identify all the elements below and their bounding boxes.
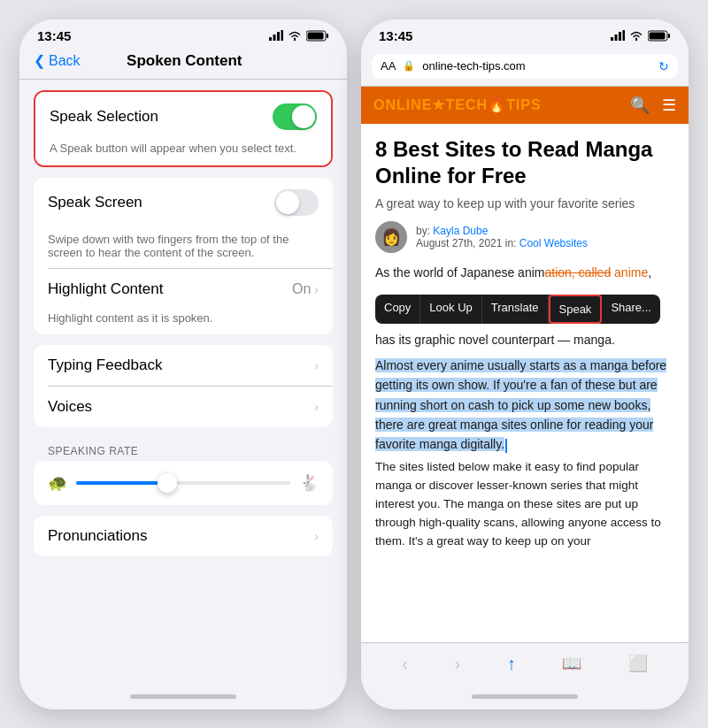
right-time: 13:45 [379,28,412,43]
para1-end: has its graphic novel counterpart — mang… [375,333,615,347]
battery-icon [306,30,329,42]
right-status-icons [611,30,671,42]
meta-info: by: Kayla Dube August 27th, 2021 in: Coo… [416,225,588,249]
right-wifi-icon [629,30,643,41]
article-paragraph-2: The sites listed below make it easy to f… [375,458,674,551]
svg-rect-1 [273,34,276,41]
right-home-bar-indicator [472,694,578,699]
pronunciations-row[interactable]: Pronunciations › [34,516,333,556]
svg-rect-0 [269,37,272,41]
url-text: online-tech-tips.com [422,59,651,73]
selected-text-block: Almost every anime usually starts as a m… [375,356,674,455]
typing-feedback-chevron-icon: › [314,358,319,372]
svg-rect-10 [623,30,626,41]
article-subtitle: A great way to keep up with your favorit… [375,196,674,211]
speak-button[interactable]: Speak [549,295,603,324]
left-status-icons [269,30,329,42]
svg-rect-13 [650,32,666,39]
home-bar-indicator [130,694,236,699]
menu-icon[interactable]: ☰ [662,96,676,115]
search-icon[interactable]: 🔍 [630,96,650,115]
logo-online: ONLINE [373,97,432,112]
logo-tips: TIPS [506,97,542,112]
selected-text-span: Almost every anime usually starts as a m… [375,358,666,452]
site-icons: 🔍 ☰ [630,96,676,115]
right-home-bar [361,685,689,709]
para1-orange: anime [611,265,648,280]
pronunciations-section: Pronunciations › [34,516,333,556]
svg-rect-3 [281,30,284,41]
context-menu-container: Copy Look Up Translate Speak Share... [375,291,674,327]
speak-screen-row[interactable]: Speak Screen [34,178,333,227]
browser-toolbar: ‹ › ↑ 📖 ⬜ [361,642,689,685]
article-title: 8 Best Sites to Read Manga Online for Fr… [375,136,674,189]
slider-track[interactable] [76,481,290,485]
back-button[interactable]: ❮ Back [34,52,81,69]
pronunciations-label: Pronunciations [48,527,314,545]
svg-rect-8 [615,34,618,41]
svg-rect-12 [668,34,670,38]
para1-strikethrough: ation, called [544,265,611,280]
right-phone: 13:45 [361,19,689,709]
speak-screen-toggle[interactable] [274,189,319,216]
speak-selection-description: A Speak button will appear when you sele… [35,142,331,165]
left-time: 13:45 [37,28,71,43]
voices-row[interactable]: Voices › [34,387,333,427]
lookup-button[interactable]: Look Up [420,295,481,324]
back-chevron: ❮ [34,52,45,69]
typing-feedback-row[interactable]: Typing Feedback › [34,345,333,386]
author-text: by: Kayla Dube [416,225,588,237]
text-cursor [505,439,507,453]
highlight-description: Highlight content as it is spoken. [48,311,212,325]
speak-selection-section: Speak Selection A Speak button will appe… [34,90,333,167]
slider-thumb[interactable] [158,473,177,493]
svg-rect-9 [619,32,621,41]
right-status-bar: 13:45 [361,19,689,49]
settings-content: Speak Selection A Speak button will appe… [19,80,347,685]
speak-selection-row[interactable]: Speak Selection [35,92,331,142]
highlight-content-label: Highlight Content [48,280,292,298]
browser-nav: AA 🔒 online-tech-tips.com ↻ [361,49,689,87]
highlight-content-row[interactable]: Highlight Content On › [34,269,333,310]
article-para-pre-selected: has its graphic novel counterpart — mang… [375,331,674,350]
back-nav-button[interactable]: ‹ [402,654,408,674]
site-logo: ONLINE★TECH🔥TIPS [373,96,542,113]
svg-rect-2 [277,32,280,41]
article-body: 8 Best Sites to Read Manga Online for Fr… [361,124,689,563]
author-link[interactable]: Kayla Dube [433,225,488,237]
share-toolbar-button[interactable]: ↑ [507,654,516,674]
translate-button[interactable]: Translate [482,295,549,324]
address-bar[interactable]: AA 🔒 online-tech-tips.com ↻ [372,54,678,79]
forward-nav-button[interactable]: › [454,654,460,674]
svg-rect-5 [327,34,328,38]
toggle-knob [292,105,315,128]
highlight-chevron-icon: › [314,282,319,296]
voices-label: Voices [48,398,314,416]
home-bar [19,685,347,709]
logo-star: ★ [432,97,445,112]
speak-selection-toggle[interactable] [273,103,317,130]
speaking-rate-label: SPEAKING RATE [19,438,347,461]
nav-bar: ❮ Back Spoken Content [19,49,347,80]
date-value: August 27th, 2021 in: [416,237,516,249]
category-link[interactable]: Cool Websites [519,237,588,249]
site-header: ONLINE★TECH🔥TIPS 🔍 ☰ [361,87,689,124]
bookmarks-button[interactable]: 📖 [562,654,581,673]
context-menu: Copy Look Up Translate Speak Share... [375,295,660,324]
speaking-rate-slider[interactable]: 🐢 🐇 [34,461,333,505]
logo-tech: TECH [445,97,488,112]
left-status-bar: 13:45 [19,19,347,49]
share-button[interactable]: Share... [602,295,660,324]
typing-voices-section: Typing Feedback › Voices › [34,345,333,427]
highlight-content-value: On [292,281,311,297]
speak-screen-section: Speak Screen Swipe down with two fingers… [34,178,333,334]
speak-screen-description: Swipe down with two fingers from the top… [34,227,333,259]
logo-fire: 🔥 [488,97,506,112]
tabs-button[interactable]: ⬜ [628,654,648,673]
slow-speed-icon: 🐢 [48,473,67,493]
avatar: 👩 [375,221,407,253]
pronunciations-chevron-icon: › [314,529,319,543]
aa-button[interactable]: AA [381,59,396,73]
refresh-icon[interactable]: ↻ [658,59,669,73]
copy-button[interactable]: Copy [375,295,420,324]
